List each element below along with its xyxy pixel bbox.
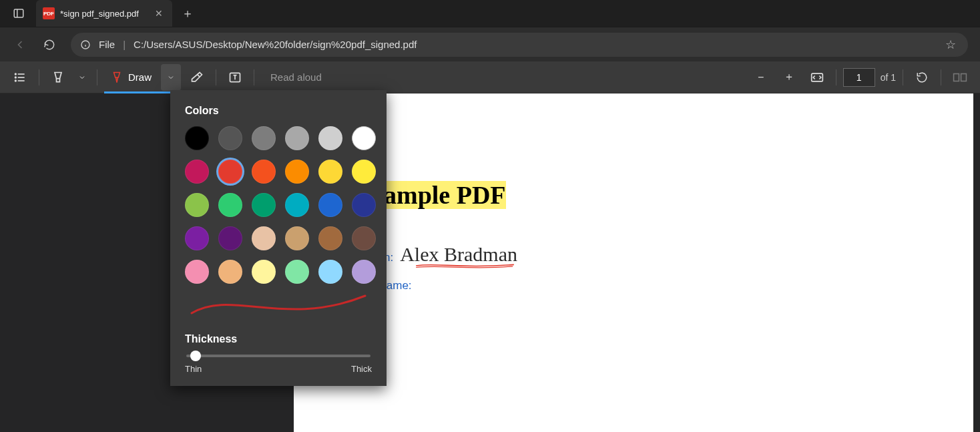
- drawn-underline: [407, 260, 523, 266]
- document-heading: ample PDF: [384, 180, 506, 210]
- separator: [836, 69, 836, 85]
- pdf-page[interactable]: ample PDF n: Alex Bradman lame:: [294, 93, 973, 432]
- color-swatch[interactable]: [252, 193, 276, 217]
- color-swatch[interactable]: [318, 126, 342, 150]
- url-scheme-label: File: [99, 39, 115, 50]
- highlight-icon[interactable]: [46, 64, 70, 91]
- color-swatch[interactable]: [318, 226, 342, 250]
- reload-button[interactable]: [36, 31, 63, 58]
- draw-options-chevron-icon[interactable]: [161, 64, 181, 91]
- color-swatch[interactable]: [252, 126, 276, 150]
- rotate-icon[interactable]: [910, 64, 934, 91]
- site-info-icon[interactable]: [80, 39, 91, 50]
- url-text: C:/Users/ASUS/Desktop/New%20folder/sign%…: [134, 39, 417, 50]
- color-swatch[interactable]: [218, 126, 242, 150]
- add-text-icon[interactable]: [223, 64, 247, 91]
- zoom-out-icon[interactable]: −: [749, 64, 773, 91]
- contents-icon[interactable]: [8, 64, 32, 91]
- highlight-chevron-icon[interactable]: [74, 64, 90, 91]
- tab-actions-icon[interactable]: [7, 0, 31, 27]
- color-swatch[interactable]: [185, 226, 209, 250]
- thickness-heading: Thickness: [185, 333, 372, 345]
- page-count-label: of 1: [881, 72, 896, 83]
- colors-heading: Colors: [185, 105, 372, 117]
- name-field-label: lame:: [384, 279, 412, 292]
- erase-icon[interactable]: [185, 64, 209, 91]
- color-swatch[interactable]: [218, 193, 242, 217]
- separator: [941, 69, 941, 85]
- svg-point-8: [15, 73, 17, 75]
- separator: [39, 69, 39, 85]
- color-swatch-grid: [185, 126, 372, 284]
- svg-line-11: [198, 74, 200, 76]
- thickness-slider[interactable]: [186, 355, 371, 357]
- svg-rect-0: [14, 9, 23, 17]
- page-view-icon[interactable]: [948, 64, 972, 91]
- svg-point-10: [15, 80, 17, 81]
- color-swatch[interactable]: [252, 160, 276, 184]
- color-swatch[interactable]: [252, 260, 276, 284]
- svg-point-9: [15, 77, 17, 78]
- address-bar[interactable]: File | C:/Users/ASUS/Desktop/New%20folde…: [71, 33, 968, 57]
- separator: [97, 69, 97, 85]
- color-swatch[interactable]: [285, 260, 309, 284]
- color-swatch[interactable]: [318, 193, 342, 217]
- tab-title: *sign pdf_signed.pdf: [60, 9, 139, 19]
- color-swatch[interactable]: [185, 126, 209, 150]
- browser-tab[interactable]: PDF *sign pdf_signed.pdf ✕: [36, 0, 172, 27]
- color-swatch[interactable]: [218, 260, 242, 284]
- color-swatch[interactable]: [185, 260, 209, 284]
- color-swatch[interactable]: [352, 260, 376, 284]
- color-swatch[interactable]: [352, 160, 376, 184]
- svg-rect-17: [961, 73, 967, 81]
- color-swatch[interactable]: [285, 193, 309, 217]
- draw-options-popup: Colors Thickness Thin Thick: [170, 90, 387, 386]
- color-swatch[interactable]: [185, 160, 209, 184]
- color-swatch[interactable]: [285, 160, 309, 184]
- separator: |: [123, 39, 126, 50]
- page-number-input[interactable]: [843, 68, 875, 87]
- separator: [216, 69, 216, 85]
- back-button[interactable]: [7, 31, 33, 58]
- thin-label: Thin: [185, 364, 202, 374]
- draw-label: Draw: [128, 71, 152, 83]
- pdf-file-icon: PDF: [43, 7, 55, 19]
- separator: [903, 69, 903, 85]
- zoom-in-icon[interactable]: ＋: [777, 64, 801, 91]
- color-swatch[interactable]: [285, 126, 309, 150]
- svg-rect-16: [954, 73, 959, 81]
- favorite-icon[interactable]: ☆: [945, 37, 956, 52]
- fit-page-icon[interactable]: [805, 64, 829, 91]
- draw-button[interactable]: Draw: [104, 64, 158, 91]
- close-tab-icon[interactable]: ✕: [155, 8, 163, 19]
- read-aloud-button[interactable]: Read aloud: [265, 64, 327, 91]
- color-swatch[interactable]: [352, 226, 376, 250]
- separator: [254, 69, 254, 85]
- stroke-preview: [185, 292, 372, 318]
- color-swatch[interactable]: [185, 193, 209, 217]
- color-swatch[interactable]: [285, 226, 309, 250]
- color-swatch[interactable]: [352, 193, 376, 217]
- color-swatch[interactable]: [352, 126, 376, 150]
- color-swatch[interactable]: [218, 226, 242, 250]
- new-tab-button[interactable]: ＋: [176, 2, 199, 25]
- color-swatch[interactable]: [252, 226, 276, 250]
- thick-label: Thick: [351, 364, 372, 374]
- color-swatch[interactable]: [218, 160, 242, 184]
- color-swatch[interactable]: [318, 260, 342, 284]
- color-swatch[interactable]: [318, 160, 342, 184]
- thickness-slider-thumb[interactable]: [190, 351, 201, 361]
